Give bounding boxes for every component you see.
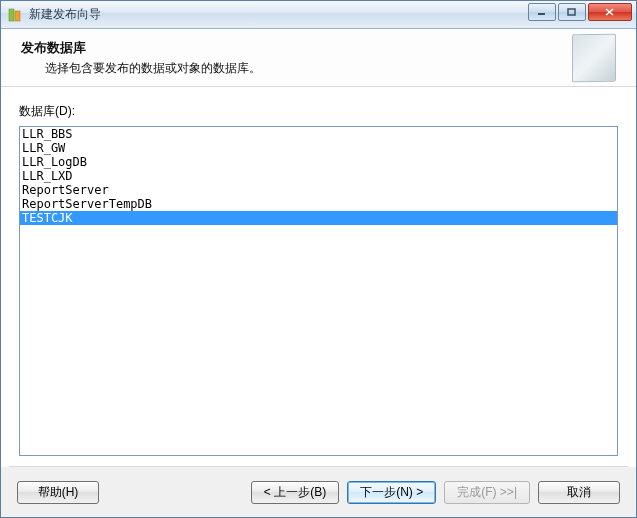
svg-rect-3 xyxy=(568,9,575,15)
svg-rect-1 xyxy=(15,11,20,21)
maximize-button[interactable] xyxy=(558,3,586,21)
wizard-window: 新建发布向导 发布数据库 选择包含要发布的数据或对象的数据库。 数据库(D): xyxy=(0,0,637,518)
database-icon xyxy=(572,33,616,82)
wizard-header: 发布数据库 选择包含要发布的数据或对象的数据库。 xyxy=(1,29,636,87)
database-label: 数据库(D): xyxy=(19,103,618,120)
page-subtitle: 选择包含要发布的数据或对象的数据库。 xyxy=(21,60,572,77)
minimize-button[interactable] xyxy=(528,3,556,21)
list-item[interactable]: ReportServerTempDB xyxy=(20,197,617,211)
help-button[interactable]: 帮助(H) xyxy=(17,481,99,504)
content-area: 数据库(D): LLR_BBSLLR_GWLLR_LogDBLLR_LXDRep… xyxy=(1,87,636,466)
list-item[interactable]: LLR_LogDB xyxy=(20,155,617,169)
next-button[interactable]: 下一步(N) > xyxy=(347,481,436,504)
database-listbox[interactable]: LLR_BBSLLR_GWLLR_LogDBLLR_LXDReportServe… xyxy=(19,126,618,456)
list-item[interactable]: LLR_GW xyxy=(20,141,617,155)
list-item[interactable]: ReportServer xyxy=(20,183,617,197)
list-item[interactable]: LLR_BBS xyxy=(20,127,617,141)
window-title: 新建发布向导 xyxy=(29,6,101,23)
close-button[interactable] xyxy=(588,3,632,21)
app-icon xyxy=(7,7,23,23)
list-item[interactable]: TESTCJK xyxy=(20,211,617,225)
window-controls xyxy=(528,3,632,21)
list-item[interactable]: LLR_LXD xyxy=(20,169,617,183)
footer: 帮助(H) < 上一步(B) 下一步(N) > 完成(F) >>| 取消 xyxy=(1,467,636,517)
back-button[interactable]: < 上一步(B) xyxy=(251,481,339,504)
svg-rect-0 xyxy=(9,9,14,21)
cancel-button[interactable]: 取消 xyxy=(538,481,620,504)
page-title: 发布数据库 xyxy=(21,39,572,57)
titlebar: 新建发布向导 xyxy=(1,1,636,29)
finish-button: 完成(F) >>| xyxy=(444,481,530,504)
